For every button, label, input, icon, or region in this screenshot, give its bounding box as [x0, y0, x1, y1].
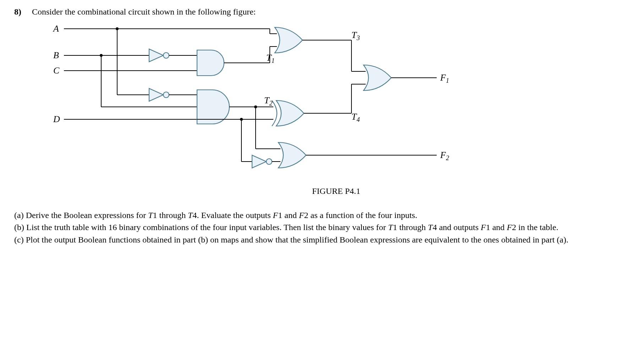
part-a-F2n: 2 [304, 211, 309, 220]
part-b-F1: F [481, 223, 486, 232]
part-a-4: 4 [193, 211, 197, 220]
part-a: (a) Derive the Boolean expressions for T… [14, 209, 630, 221]
part-b-T4: T [428, 223, 432, 232]
part-a-F2: F [299, 211, 304, 220]
part-b-t1: List the truth table with [24, 223, 108, 232]
problem-number: 8) [14, 7, 27, 17]
part-b-T4n: 4 [433, 223, 437, 232]
or-gate-T3 [275, 27, 302, 53]
part-a-t3: . Evaluate the outputs [197, 211, 273, 220]
part-c-text: Plot the output Boolean functions obtain… [24, 235, 568, 244]
part-b-T1n: 1 [393, 223, 397, 232]
part-c: (c) Plot the output Boolean functions ob… [14, 234, 630, 245]
part-a-label: (a) [14, 211, 24, 220]
and-gate-1 [197, 50, 224, 76]
part-b-F2: F [507, 223, 512, 232]
or-gate-F2 [278, 142, 306, 168]
label-T3: T3 [351, 30, 360, 42]
part-a-F1: F [273, 211, 278, 220]
part-a-t5: as a function of the four inputs. [309, 211, 417, 220]
part-b-t3: through [397, 223, 428, 232]
not-gate-D [252, 155, 272, 168]
part-b-t6: in the table. [516, 223, 558, 232]
label-A: A [53, 23, 59, 34]
part-a-t1: Derive the Boolean expressions for [24, 211, 148, 220]
figure-caption: FIGURE P4.1 [43, 186, 630, 196]
label-C: C [53, 65, 60, 76]
not-gate-B [149, 49, 169, 62]
part-b-t2: binary combinations of the four input va… [117, 223, 388, 232]
not-gate-A [149, 88, 169, 101]
label-F1: F1 [440, 72, 449, 84]
part-a-1: 1 [153, 211, 157, 220]
label-D: D [53, 114, 60, 124]
xor-gate-T4 [272, 100, 304, 126]
or-gate-F1 [364, 65, 391, 91]
and-gate-2 [197, 90, 229, 124]
problem-header: 8) Consider the combinational circuit sh… [14, 7, 630, 17]
circuit-svg: A B C D T1 T2 T3 [43, 18, 454, 181]
part-a-F1n: 1 [278, 211, 282, 220]
part-a-T1: T [148, 211, 153, 220]
part-b-16: 16 [108, 223, 117, 232]
part-a-t2: through [157, 211, 188, 220]
label-T2: T2 [264, 95, 272, 107]
questions: (a) Derive the Boolean expressions for T… [14, 209, 630, 245]
part-b-T1: T [388, 223, 393, 232]
part-b-F1n: 1 [486, 223, 490, 232]
part-a-t4: and [282, 211, 299, 220]
part-c-label: (c) [14, 235, 24, 244]
label-T1: T1 [266, 53, 274, 64]
part-b-F2n: 2 [512, 223, 516, 232]
part-b-label: (b) [14, 223, 24, 232]
label-F2: F2 [440, 150, 449, 162]
part-b: (b) List the truth table with 16 binary … [14, 222, 630, 233]
part-b-t4: and outputs [437, 223, 481, 232]
part-a-T4: T [188, 211, 192, 220]
circuit-figure: A B C D T1 T2 T3 [43, 18, 630, 196]
part-b-t5: and [490, 223, 507, 232]
label-B: B [53, 50, 59, 60]
problem-intro: Consider the combinational circuit shown… [32, 7, 630, 17]
label-T4: T4 [351, 111, 360, 123]
